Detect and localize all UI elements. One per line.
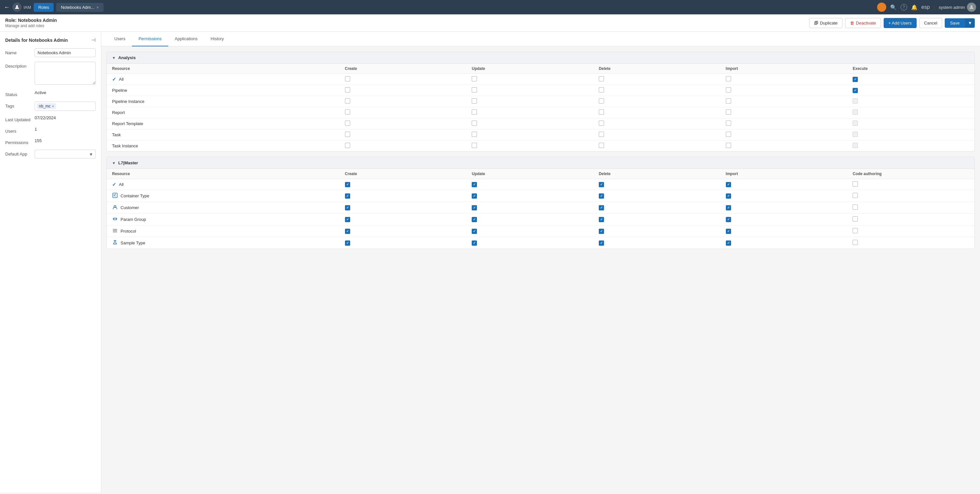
import-checkbox[interactable]: ✓ (726, 205, 731, 210)
update-cell (466, 74, 593, 85)
tab-users[interactable]: Users (108, 32, 132, 46)
execute-checkbox[interactable]: ✓ (853, 88, 858, 93)
import-checkbox[interactable] (726, 98, 731, 104)
create-checkbox[interactable] (345, 143, 350, 148)
create-checkbox[interactable] (345, 76, 350, 81)
import-checkbox[interactable]: ✓ (726, 241, 731, 246)
create-checkbox[interactable] (345, 132, 350, 137)
create-checkbox[interactable] (345, 87, 350, 92)
table-row: Pipeline ✓ (107, 85, 974, 96)
resource-cell: Pipeline (107, 85, 340, 96)
delete-checkbox[interactable] (599, 143, 604, 148)
create-checkbox[interactable]: ✓ (345, 241, 350, 246)
delete-checkbox[interactable] (599, 132, 604, 137)
resource-cell: Pipeline Instance (107, 96, 340, 107)
deactivate-button[interactable]: 🗑 Deactivate (845, 18, 881, 28)
update-checkbox[interactable] (472, 121, 477, 126)
table-row: Sample Type ✓ ✓ ✓ ✓ (107, 237, 974, 249)
current-tab[interactable]: Notebooks Adm... × (56, 3, 103, 12)
create-checkbox[interactable]: ✓ (345, 229, 350, 234)
update-checkbox[interactable] (472, 98, 477, 104)
delete-checkbox[interactable]: ✓ (599, 193, 604, 199)
code-authoring-checkbox[interactable] (853, 216, 858, 222)
update-checkbox[interactable]: ✓ (472, 182, 477, 187)
cancel-button[interactable]: Cancel (919, 18, 942, 28)
delete-checkbox[interactable]: ✓ (599, 217, 604, 222)
resource-cell: ✓ All (107, 74, 340, 85)
create-checkbox[interactable] (345, 110, 350, 115)
update-checkbox[interactable]: ✓ (472, 205, 477, 210)
help-icon[interactable]: ? (900, 4, 907, 10)
roles-tab[interactable]: Roles (33, 3, 54, 12)
update-checkbox[interactable] (472, 132, 477, 137)
name-input-wrap (35, 48, 96, 57)
create-checkbox[interactable]: ✓ (345, 193, 350, 199)
update-checkbox[interactable] (472, 76, 477, 81)
tags-container[interactable]: nb_mc × (35, 102, 96, 111)
name-input[interactable] (35, 48, 96, 57)
update-checkbox[interactable] (472, 143, 477, 148)
code-authoring-checkbox[interactable] (853, 228, 858, 233)
update-checkbox[interactable]: ✓ (472, 217, 477, 222)
save-dropdown-button[interactable]: ▼ (965, 18, 975, 28)
delete-checkbox[interactable] (599, 121, 604, 126)
sidebar-header: Details for Notebooks Admin ⊣ (5, 37, 96, 43)
status-value: Active (35, 90, 96, 95)
update-checkbox[interactable]: ✓ (472, 241, 477, 246)
code-authoring-checkbox[interactable] (853, 204, 858, 210)
update-checkbox[interactable] (472, 110, 477, 115)
l7master-toggle-icon[interactable]: ▼ (112, 161, 116, 165)
delete-checkbox[interactable] (599, 76, 604, 81)
delete-checkbox[interactable] (599, 98, 604, 104)
description-textarea[interactable] (35, 62, 96, 84)
close-icon[interactable]: × (96, 5, 99, 10)
import-checkbox[interactable]: ✓ (726, 182, 731, 187)
import-checkbox[interactable] (726, 76, 731, 81)
execute-checkbox-disabled (853, 132, 858, 137)
analysis-toggle-icon[interactable]: ▼ (112, 56, 116, 60)
create-checkbox[interactable] (345, 98, 350, 104)
code-authoring-checkbox[interactable] (853, 193, 858, 198)
sidebar-collapse-button[interactable]: ⊣ (91, 37, 96, 43)
content-area: Users Permissions Applications History ▼… (101, 32, 980, 492)
import-checkbox[interactable]: ✓ (726, 217, 731, 222)
update-checkbox[interactable] (472, 87, 477, 92)
duplicate-icon: 🗐 (814, 21, 818, 25)
save-button[interactable]: Save (945, 18, 965, 28)
default-app-select[interactable] (35, 150, 96, 158)
create-checkbox[interactable] (345, 121, 350, 126)
back-button[interactable]: ← (4, 4, 10, 11)
create-checkbox[interactable]: ✓ (345, 217, 350, 222)
execute-checkbox[interactable]: ✓ (853, 77, 858, 82)
delete-checkbox[interactable]: ✓ (599, 241, 604, 246)
update-checkbox[interactable]: ✓ (472, 229, 477, 234)
create-checkbox[interactable]: ✓ (345, 182, 350, 187)
code-authoring-checkbox[interactable] (853, 240, 858, 245)
create-checkbox[interactable]: ✓ (345, 205, 350, 210)
import-checkbox[interactable]: ✓ (726, 229, 731, 234)
duplicate-button[interactable]: 🗐 Duplicate (809, 18, 843, 28)
update-checkbox[interactable]: ✓ (472, 193, 477, 199)
delete-checkbox[interactable]: ✓ (599, 205, 604, 210)
tab-permissions[interactable]: Permissions (132, 32, 168, 46)
code-authoring-checkbox[interactable] (853, 181, 858, 186)
search-icon[interactable]: 🔍 (890, 4, 897, 10)
permissions-value: 155 (35, 138, 96, 143)
tag-remove-button[interactable]: × (52, 104, 54, 108)
delete-checkbox[interactable]: ✓ (599, 182, 604, 187)
delete-checkbox[interactable] (599, 110, 604, 115)
resource-cell: Task (107, 129, 340, 140)
import-checkbox[interactable] (726, 121, 731, 126)
add-users-button[interactable]: + Add Users (884, 18, 916, 28)
tab-applications[interactable]: Applications (168, 32, 204, 46)
import-checkbox[interactable] (726, 132, 731, 137)
delete-checkbox[interactable] (599, 87, 604, 92)
delete-checkbox[interactable]: ✓ (599, 229, 604, 234)
import-checkbox[interactable]: ✓ (726, 193, 731, 199)
bell-icon[interactable]: 🔔 (911, 4, 918, 10)
tab-history[interactable]: History (204, 32, 230, 46)
import-checkbox[interactable] (726, 143, 731, 148)
import-checkbox[interactable] (726, 110, 731, 115)
import-checkbox[interactable] (726, 87, 731, 92)
toolbar: Role: Notebooks Admin Manage and add rol… (0, 14, 980, 32)
